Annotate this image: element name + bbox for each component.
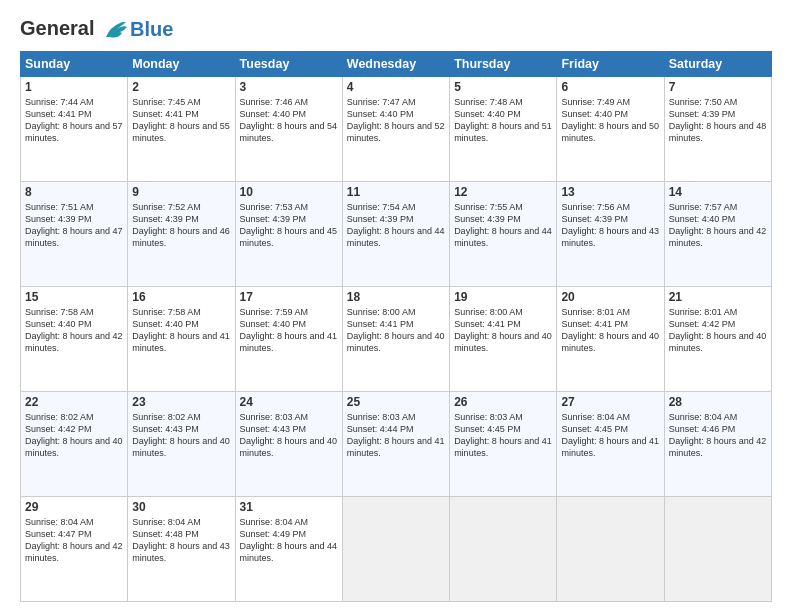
logo-blue: Blue: [130, 19, 173, 40]
col-header-saturday: Saturday: [664, 51, 771, 76]
calendar-cell: 1Sunrise: 7:44 AMSunset: 4:41 PMDaylight…: [21, 76, 128, 181]
cell-details: Sunrise: 7:53 AMSunset: 4:39 PMDaylight:…: [240, 201, 338, 250]
cell-details: Sunrise: 8:00 AMSunset: 4:41 PMDaylight:…: [454, 306, 552, 355]
calendar-cell: 22Sunrise: 8:02 AMSunset: 4:42 PMDayligh…: [21, 391, 128, 496]
cell-details: Sunrise: 8:03 AMSunset: 4:45 PMDaylight:…: [454, 411, 552, 460]
day-number: 31: [240, 500, 338, 514]
cell-details: Sunrise: 7:47 AMSunset: 4:40 PMDaylight:…: [347, 96, 445, 145]
cell-details: Sunrise: 7:52 AMSunset: 4:39 PMDaylight:…: [132, 201, 230, 250]
cell-details: Sunrise: 8:04 AMSunset: 4:47 PMDaylight:…: [25, 516, 123, 565]
calendar-cell: 3Sunrise: 7:46 AMSunset: 4:40 PMDaylight…: [235, 76, 342, 181]
calendar-cell: 28Sunrise: 8:04 AMSunset: 4:46 PMDayligh…: [664, 391, 771, 496]
day-number: 13: [561, 185, 659, 199]
calendar-cell: 4Sunrise: 7:47 AMSunset: 4:40 PMDaylight…: [342, 76, 449, 181]
day-number: 9: [132, 185, 230, 199]
calendar-cell: 20Sunrise: 8:01 AMSunset: 4:41 PMDayligh…: [557, 286, 664, 391]
calendar-page: General Blue SundayMondayTuesdayWednesda…: [0, 0, 792, 612]
day-number: 18: [347, 290, 445, 304]
cell-details: Sunrise: 7:50 AMSunset: 4:39 PMDaylight:…: [669, 96, 767, 145]
cell-details: Sunrise: 7:48 AMSunset: 4:40 PMDaylight:…: [454, 96, 552, 145]
calendar-header-row: SundayMondayTuesdayWednesdayThursdayFrid…: [21, 51, 772, 76]
calendar-cell: [450, 496, 557, 601]
calendar-cell: 5Sunrise: 7:48 AMSunset: 4:40 PMDaylight…: [450, 76, 557, 181]
calendar-cell: 8Sunrise: 7:51 AMSunset: 4:39 PMDaylight…: [21, 181, 128, 286]
day-number: 16: [132, 290, 230, 304]
logo-bird-icon: [102, 19, 128, 41]
cell-details: Sunrise: 7:44 AMSunset: 4:41 PMDaylight:…: [25, 96, 123, 145]
calendar-cell: 21Sunrise: 8:01 AMSunset: 4:42 PMDayligh…: [664, 286, 771, 391]
cell-details: Sunrise: 8:04 AMSunset: 4:48 PMDaylight:…: [132, 516, 230, 565]
cell-details: Sunrise: 7:46 AMSunset: 4:40 PMDaylight:…: [240, 96, 338, 145]
cell-details: Sunrise: 8:00 AMSunset: 4:41 PMDaylight:…: [347, 306, 445, 355]
day-number: 17: [240, 290, 338, 304]
cell-details: Sunrise: 7:59 AMSunset: 4:40 PMDaylight:…: [240, 306, 338, 355]
cell-details: Sunrise: 7:49 AMSunset: 4:40 PMDaylight:…: [561, 96, 659, 145]
cell-details: Sunrise: 7:55 AMSunset: 4:39 PMDaylight:…: [454, 201, 552, 250]
calendar-cell: 26Sunrise: 8:03 AMSunset: 4:45 PMDayligh…: [450, 391, 557, 496]
day-number: 24: [240, 395, 338, 409]
calendar-cell: 29Sunrise: 8:04 AMSunset: 4:47 PMDayligh…: [21, 496, 128, 601]
day-number: 14: [669, 185, 767, 199]
day-number: 30: [132, 500, 230, 514]
day-number: 22: [25, 395, 123, 409]
calendar-week-3: 15Sunrise: 7:58 AMSunset: 4:40 PMDayligh…: [21, 286, 772, 391]
cell-details: Sunrise: 8:03 AMSunset: 4:43 PMDaylight:…: [240, 411, 338, 460]
cell-details: Sunrise: 7:56 AMSunset: 4:39 PMDaylight:…: [561, 201, 659, 250]
calendar-cell: [557, 496, 664, 601]
calendar-week-1: 1Sunrise: 7:44 AMSunset: 4:41 PMDaylight…: [21, 76, 772, 181]
calendar-week-4: 22Sunrise: 8:02 AMSunset: 4:42 PMDayligh…: [21, 391, 772, 496]
cell-details: Sunrise: 8:02 AMSunset: 4:43 PMDaylight:…: [132, 411, 230, 460]
col-header-friday: Friday: [557, 51, 664, 76]
cell-details: Sunrise: 7:51 AMSunset: 4:39 PMDaylight:…: [25, 201, 123, 250]
calendar-cell: 31Sunrise: 8:04 AMSunset: 4:49 PMDayligh…: [235, 496, 342, 601]
col-header-monday: Monday: [128, 51, 235, 76]
calendar-cell: 16Sunrise: 7:58 AMSunset: 4:40 PMDayligh…: [128, 286, 235, 391]
cell-details: Sunrise: 8:01 AMSunset: 4:42 PMDaylight:…: [669, 306, 767, 355]
day-number: 12: [454, 185, 552, 199]
day-number: 29: [25, 500, 123, 514]
calendar-cell: 2Sunrise: 7:45 AMSunset: 4:41 PMDaylight…: [128, 76, 235, 181]
cell-details: Sunrise: 8:03 AMSunset: 4:44 PMDaylight:…: [347, 411, 445, 460]
calendar-cell: 7Sunrise: 7:50 AMSunset: 4:39 PMDaylight…: [664, 76, 771, 181]
calendar-table: SundayMondayTuesdayWednesdayThursdayFrid…: [20, 51, 772, 602]
calendar-cell: 6Sunrise: 7:49 AMSunset: 4:40 PMDaylight…: [557, 76, 664, 181]
cell-details: Sunrise: 8:04 AMSunset: 4:45 PMDaylight:…: [561, 411, 659, 460]
logo: General Blue: [20, 18, 173, 41]
day-number: 10: [240, 185, 338, 199]
calendar-cell: 13Sunrise: 7:56 AMSunset: 4:39 PMDayligh…: [557, 181, 664, 286]
day-number: 28: [669, 395, 767, 409]
logo-general: General: [20, 17, 94, 39]
calendar-cell: 27Sunrise: 8:04 AMSunset: 4:45 PMDayligh…: [557, 391, 664, 496]
calendar-cell: 11Sunrise: 7:54 AMSunset: 4:39 PMDayligh…: [342, 181, 449, 286]
cell-details: Sunrise: 7:45 AMSunset: 4:41 PMDaylight:…: [132, 96, 230, 145]
cell-details: Sunrise: 8:04 AMSunset: 4:49 PMDaylight:…: [240, 516, 338, 565]
col-header-tuesday: Tuesday: [235, 51, 342, 76]
day-number: 25: [347, 395, 445, 409]
day-number: 26: [454, 395, 552, 409]
calendar-cell: 9Sunrise: 7:52 AMSunset: 4:39 PMDaylight…: [128, 181, 235, 286]
day-number: 20: [561, 290, 659, 304]
cell-details: Sunrise: 8:01 AMSunset: 4:41 PMDaylight:…: [561, 306, 659, 355]
calendar-cell: 15Sunrise: 7:58 AMSunset: 4:40 PMDayligh…: [21, 286, 128, 391]
day-number: 2: [132, 80, 230, 94]
day-number: 4: [347, 80, 445, 94]
calendar-cell: 17Sunrise: 7:59 AMSunset: 4:40 PMDayligh…: [235, 286, 342, 391]
day-number: 21: [669, 290, 767, 304]
day-number: 27: [561, 395, 659, 409]
cell-details: Sunrise: 7:54 AMSunset: 4:39 PMDaylight:…: [347, 201, 445, 250]
calendar-week-5: 29Sunrise: 8:04 AMSunset: 4:47 PMDayligh…: [21, 496, 772, 601]
calendar-cell: 23Sunrise: 8:02 AMSunset: 4:43 PMDayligh…: [128, 391, 235, 496]
calendar-cell: 14Sunrise: 7:57 AMSunset: 4:40 PMDayligh…: [664, 181, 771, 286]
cell-details: Sunrise: 7:58 AMSunset: 4:40 PMDaylight:…: [132, 306, 230, 355]
cell-details: Sunrise: 8:02 AMSunset: 4:42 PMDaylight:…: [25, 411, 123, 460]
calendar-cell: 24Sunrise: 8:03 AMSunset: 4:43 PMDayligh…: [235, 391, 342, 496]
calendar-cell: [664, 496, 771, 601]
col-header-sunday: Sunday: [21, 51, 128, 76]
calendar-cell: 30Sunrise: 8:04 AMSunset: 4:48 PMDayligh…: [128, 496, 235, 601]
calendar-cell: 25Sunrise: 8:03 AMSunset: 4:44 PMDayligh…: [342, 391, 449, 496]
calendar-cell: 12Sunrise: 7:55 AMSunset: 4:39 PMDayligh…: [450, 181, 557, 286]
calendar-cell: 10Sunrise: 7:53 AMSunset: 4:39 PMDayligh…: [235, 181, 342, 286]
day-number: 5: [454, 80, 552, 94]
day-number: 15: [25, 290, 123, 304]
day-number: 7: [669, 80, 767, 94]
